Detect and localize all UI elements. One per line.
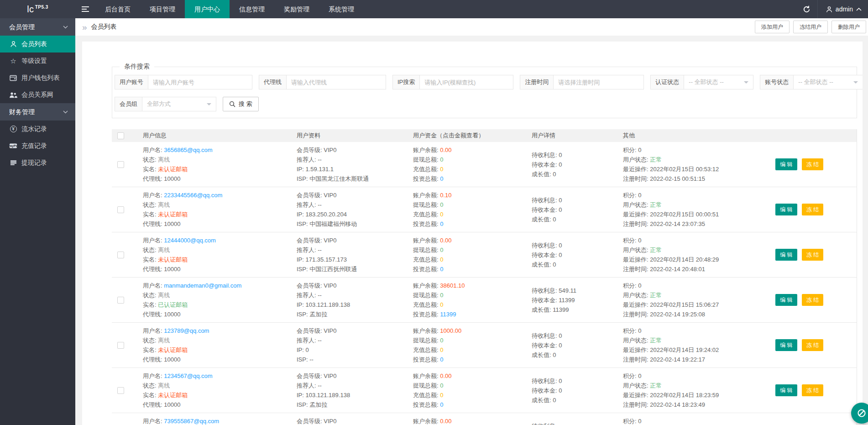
interest-label: 待收利息: — [532, 287, 559, 294]
recharge-amount-link[interactable]: 0 — [440, 301, 443, 308]
balance-amount-link[interactable]: 0.00 — [440, 237, 451, 244]
edit-button[interactable]: 编 辑 — [775, 384, 797, 396]
withdraw-amount-link[interactable]: 0 — [440, 201, 443, 208]
recharge-amount-link[interactable]: 0 — [440, 166, 443, 173]
account-status-select[interactable]: -- 全部状态 -- — [794, 75, 863, 89]
user-email-link[interactable]: manmandeman0@gmail.com — [164, 282, 241, 289]
tab-system[interactable]: 系统管理 — [319, 0, 364, 18]
ip-label: IP: — [297, 301, 306, 308]
other-cell: 积分: 0 用户状态: 正常 最近操作: 2022年02月15日 00:00:5… — [623, 190, 857, 229]
row-checkbox[interactable] — [117, 342, 124, 349]
agent-input[interactable] — [287, 75, 386, 89]
sidebar-item-wallet-list[interactable]: 用户钱包列表 — [0, 69, 75, 86]
user-email-link[interactable]: 739555867@qq.com — [164, 418, 219, 425]
sidebar-item-transaction-log[interactable]: ¥ 流水记录 — [0, 121, 75, 137]
sidebar-item-level-settings[interactable]: ☆ 等级设置 — [0, 52, 75, 69]
invest-label: 投资总额: — [413, 311, 440, 318]
search-row-1: 用户账号 代理线 IP搜索 注册时间 认证状态 — [115, 75, 852, 89]
balance-amount-link[interactable]: 0.00 — [440, 147, 451, 153]
realname-status: 未认证邮箱 — [158, 256, 188, 263]
balance-amount-link[interactable]: 0.00 — [440, 373, 451, 379]
freeze-row-button[interactable]: 冻 结 — [802, 294, 823, 306]
balance-amount-link[interactable]: 0.10 — [440, 192, 451, 199]
username-label: 用户名: — [143, 327, 164, 334]
balance-amount-link[interactable]: 0.00 — [440, 418, 451, 425]
sidebar-item-withdraw-log[interactable]: 提现记录 — [0, 154, 75, 171]
last-op-value: 2022年02月14日 19:24:02 — [650, 346, 719, 353]
invest-amount-link[interactable]: 11399 — [440, 311, 456, 318]
search-button[interactable]: 搜 索 — [223, 97, 259, 111]
select-all-checkbox[interactable] — [117, 132, 124, 139]
invest-amount-link[interactable]: 0 — [440, 401, 443, 408]
balance-amount-link[interactable]: 38601.10 — [440, 282, 465, 289]
withdraw-label: 提现总额: — [413, 337, 440, 344]
member-group-select[interactable]: 全部方式 — [142, 97, 216, 111]
last-op-label: 最近操作: — [623, 392, 650, 399]
user-email-link[interactable]: 1234567@qq.com — [164, 373, 212, 379]
recharge-amount-link[interactable]: 0 — [440, 392, 443, 399]
tab-dashboard[interactable]: 后台首页 — [95, 0, 140, 18]
freeze-row-button[interactable]: 冻 结 — [802, 384, 823, 396]
user-profile-cell: 会员等级: VIP0 推荐人: -- IP: 103.121.189.138 I… — [297, 281, 413, 319]
sidebar-item-relationship-network[interactable]: 会员关系网 — [0, 86, 75, 103]
edit-button[interactable]: 编 辑 — [775, 204, 797, 215]
row-checkbox[interactable] — [117, 297, 124, 304]
withdraw-amount-link[interactable]: 0 — [440, 156, 443, 163]
invest-amount-link[interactable]: 0 — [440, 266, 443, 273]
recharge-amount-link[interactable]: 0 — [440, 211, 443, 218]
edit-button[interactable]: 编 辑 — [775, 249, 797, 261]
hamburger-menu-icon[interactable] — [75, 0, 95, 18]
user-email-link[interactable]: 123789@qq.com — [164, 327, 209, 334]
sidebar-item-recharge-log[interactable]: PayPal 充值记录 — [0, 137, 75, 154]
freeze-user-button[interactable]: 冻结用户 — [793, 21, 828, 33]
user-menu[interactable]: admin — [817, 0, 868, 18]
user-email-link[interactable]: 12444000@qq.com — [164, 237, 216, 244]
freeze-row-button[interactable]: 冻 结 — [802, 204, 823, 215]
invest-amount-link[interactable]: 0 — [440, 175, 443, 182]
last-op-label: 最近操作: — [623, 301, 650, 308]
freeze-row-button[interactable]: 冻 结 — [802, 249, 823, 261]
withdraw-amount-link[interactable]: 0 — [440, 292, 443, 299]
sidebar-item-label: 会员列表 — [21, 40, 47, 48]
recharge-amount-link[interactable]: 0 — [440, 346, 443, 353]
regtime-input[interactable] — [554, 75, 644, 89]
user-email-link[interactable]: 3656865@qq.com — [164, 147, 212, 153]
user-email-link[interactable]: 2233445566@qq.com — [164, 192, 222, 199]
sidebar-section-finance[interactable]: 财务管理 — [0, 103, 75, 121]
edit-button[interactable]: 编 辑 — [775, 158, 797, 170]
account-input[interactable] — [148, 75, 252, 89]
row-checkbox[interactable] — [117, 252, 124, 258]
invest-amount-link[interactable]: 0 — [440, 220, 443, 227]
withdraw-amount-link[interactable]: 0 — [440, 382, 443, 389]
row-checkbox[interactable] — [117, 387, 124, 394]
ip-input[interactable] — [420, 75, 513, 89]
invest-amount-link[interactable]: 0 — [440, 356, 443, 363]
tab-projects[interactable]: 项目管理 — [140, 0, 185, 18]
balance-amount-link[interactable]: 1000.00 — [440, 327, 461, 334]
status-label: 状态: — [143, 156, 158, 163]
freeze-row-button[interactable]: 冻 结 — [802, 339, 823, 351]
other-cell: 积分: 0 用户状态: 正常 最近操作: 2022年02月14日 18:23:5… — [623, 371, 857, 409]
user-detail-cell: 待收利息: 待收本金: 成长值: — [532, 416, 623, 425]
auth-status-select[interactable]: -- 全部状态 -- — [684, 75, 753, 89]
add-user-button[interactable]: 添加用户 — [755, 21, 790, 33]
row-checkbox[interactable] — [117, 206, 124, 213]
delete-user-button[interactable]: 删除用户 — [831, 21, 866, 33]
withdraw-amount-link[interactable]: 0 — [440, 337, 443, 344]
edit-button[interactable]: 编 辑 — [775, 294, 797, 306]
freeze-row-button[interactable]: 冻 结 — [802, 158, 823, 170]
tab-rewards[interactable]: 奖励管理 — [274, 0, 319, 18]
vip-label: 会员等级: — [297, 418, 324, 425]
recharge-amount-link[interactable]: 0 — [440, 256, 443, 263]
edit-button[interactable]: 编 辑 — [775, 339, 797, 351]
sidebar-section-members[interactable]: 会员管理 — [0, 18, 75, 36]
withdraw-amount-link[interactable]: 0 — [440, 247, 443, 253]
principal-label: 待收本金: — [532, 297, 559, 304]
status-value: 离线 — [158, 382, 170, 389]
tab-user-center[interactable]: 用户中心 — [185, 0, 230, 18]
row-checkbox[interactable] — [117, 161, 124, 168]
tab-info[interactable]: 信息管理 — [230, 0, 274, 18]
sidebar-item-member-list[interactable]: 会员列表 — [0, 36, 75, 52]
refresh-icon[interactable] — [796, 0, 817, 18]
growth-label: 成长值: — [532, 397, 553, 404]
